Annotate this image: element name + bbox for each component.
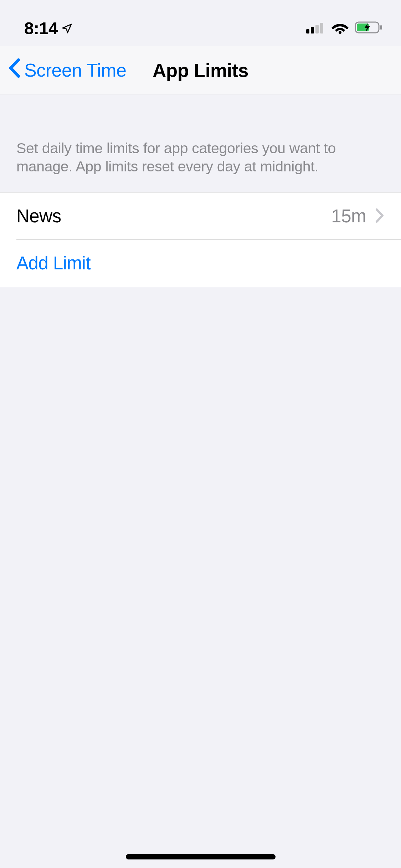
add-limit-button[interactable]: Add Limit: [0, 240, 401, 287]
wifi-icon: [331, 21, 349, 35]
limit-row-news[interactable]: News 15m: [0, 193, 401, 240]
home-indicator[interactable]: [126, 854, 276, 859]
svg-rect-0: [306, 29, 309, 33]
status-left: 8:14: [24, 19, 73, 38]
status-right: [306, 21, 383, 36]
status-bar: 8:14: [0, 0, 401, 46]
svg-rect-1: [311, 27, 314, 33]
nav-bar: Screen Time App Limits: [0, 46, 401, 94]
add-limit-label: Add Limit: [16, 253, 385, 274]
location-icon: [61, 19, 73, 38]
svg-rect-7: [380, 25, 382, 30]
cellular-icon: [306, 21, 325, 35]
svg-point-4: [339, 31, 341, 34]
svg-rect-3: [320, 23, 323, 33]
chevron-left-icon: [8, 58, 21, 83]
battery-icon: [355, 21, 383, 36]
status-time: 8:14: [24, 19, 58, 38]
limit-name: News: [16, 206, 331, 227]
svg-rect-2: [315, 25, 319, 33]
chevron-right-icon: [375, 208, 385, 224]
section-description: Set daily time limits for app categories…: [0, 94, 401, 192]
limit-duration: 15m: [331, 206, 366, 227]
back-button[interactable]: Screen Time: [8, 58, 126, 83]
back-button-label: Screen Time: [24, 60, 126, 81]
limits-list: News 15m Add Limit: [0, 192, 401, 287]
